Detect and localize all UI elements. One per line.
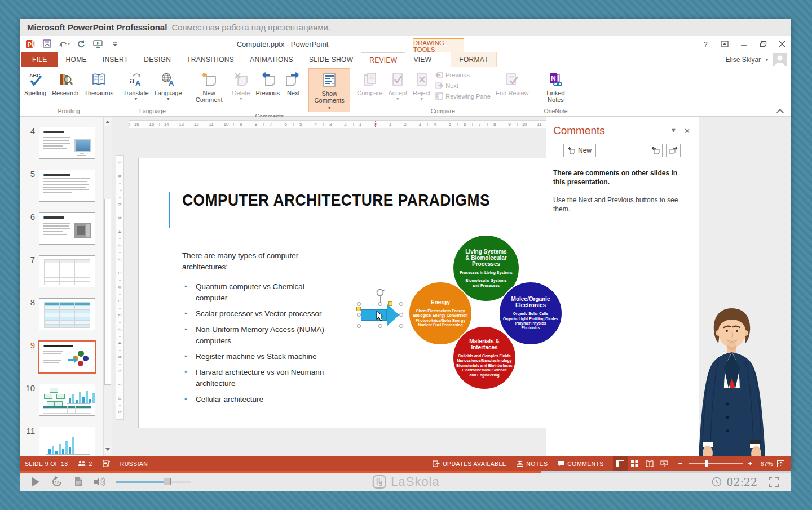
linked-notes-button[interactable]: N Linked Notes (535, 68, 576, 107)
tab-file[interactable]: FILE (21, 52, 58, 67)
sketch-title (43, 345, 73, 347)
zoom-in-button[interactable]: + (746, 459, 755, 468)
delete-comment-button[interactable]: Delete ▼ (230, 68, 253, 112)
panel-close-icon[interactable]: ✕ (684, 127, 690, 135)
fullscreen-button[interactable] (769, 477, 779, 487)
slide-thumbnail-9[interactable]: 9 (20, 341, 112, 373)
diagram-circle-materials[interactable]: Materials &InterfacesColloids and Comple… (452, 326, 517, 390)
scrollbar-thumb[interactable] (104, 199, 111, 385)
tab-home[interactable]: HOME (58, 52, 95, 67)
slide-thumbnail-5[interactable]: 5 (20, 170, 112, 202)
circle-subtext-line: and Processes (453, 283, 519, 288)
resize-handle[interactable] (399, 302, 403, 306)
resize-handle[interactable] (357, 302, 361, 306)
adjust-handle[interactable] (388, 301, 392, 306)
tab-view[interactable]: VIEW (405, 52, 439, 67)
spelling-button[interactable]: ABC Spelling (21, 68, 49, 107)
reading-view-button[interactable] (642, 456, 657, 471)
volume-button[interactable] (94, 476, 106, 488)
save-button[interactable] (42, 38, 53, 50)
tab-transitions[interactable]: TRANSITIONS (179, 52, 242, 67)
replay-10-button[interactable]: 10 (51, 476, 63, 488)
slide-sorter-view-button[interactable] (628, 456, 642, 471)
proofing-indicator[interactable] (103, 460, 110, 467)
slide-thumbnail-4[interactable]: 4 (20, 127, 112, 159)
seek-slider-handle[interactable] (164, 478, 171, 485)
account-area[interactable]: Elise Sklyar ▼ (725, 52, 787, 67)
zoom-slider-handle[interactable] (705, 460, 708, 467)
slide-thumbnail-6[interactable]: 6 (20, 212, 112, 245)
help-button[interactable]: ? (701, 39, 710, 48)
new-comment-panel-button[interactable]: New (563, 144, 596, 157)
close-button[interactable] (778, 39, 787, 48)
compare-next-button[interactable]: Next (435, 81, 491, 90)
slide-thumbnail-11[interactable]: 11 (20, 427, 112, 456)
slideshow-view-button[interactable] (657, 456, 672, 471)
accept-button[interactable]: Accept ▼ (385, 68, 410, 107)
language-button[interactable]: A Language ▼ (152, 68, 185, 107)
play-button[interactable] (29, 476, 42, 488)
resize-handle[interactable] (399, 313, 403, 317)
normal-view-button[interactable] (613, 456, 628, 471)
avatar[interactable] (773, 53, 787, 66)
new-comment-icon (568, 147, 575, 154)
start-from-beginning-button[interactable] (92, 38, 104, 50)
resize-handle[interactable] (399, 324, 403, 328)
tab-insert[interactable]: INSERT (95, 52, 136, 67)
next-comment-panel-button[interactable] (666, 144, 681, 157)
resize-handle[interactable] (378, 302, 382, 306)
slide-thumbnail-10[interactable]: 10 (20, 384, 112, 416)
lesson-notes-button[interactable] (72, 476, 85, 488)
selected-arrow-shape[interactable] (359, 288, 406, 327)
previous-comment-panel-button[interactable] (648, 144, 663, 157)
language-indicator[interactable]: RUSSIAN (120, 460, 148, 467)
vertical-ruler[interactable]: 9876543210123456789 (116, 155, 124, 420)
slide-title[interactable]: COMPUTER ARCHITECTURE PARADIGMS (182, 190, 490, 210)
slide-thumbnail-7[interactable]: 7 (20, 255, 112, 287)
restore-button[interactable] (758, 39, 767, 48)
thumbnails-scrollbar[interactable] (103, 117, 112, 456)
scroll-up-button[interactable] (104, 118, 111, 126)
end-review-button[interactable]: End Review (493, 68, 532, 107)
tab-design[interactable]: DESIGN (136, 52, 179, 67)
resize-handle[interactable] (378, 324, 382, 328)
tab-animations[interactable]: ANIMATIONS (242, 52, 301, 67)
zoom-out-button[interactable]: − (676, 459, 685, 468)
reviewing-pane-button[interactable]: Reviewing Pane (435, 92, 491, 100)
collapse-ribbon-button[interactable] (776, 109, 783, 113)
tab-format[interactable]: FORMAT (451, 52, 497, 67)
new-comment-button[interactable]: New Comment (189, 68, 230, 112)
comments-button[interactable]: COMMENTS (558, 460, 603, 467)
minimize-button[interactable] (739, 39, 748, 48)
repeat-button[interactable] (76, 38, 87, 50)
next-comment-button[interactable]: Next (283, 68, 304, 112)
slide-thumbnail-8[interactable]: 8 (20, 298, 112, 330)
panel-options-icon[interactable]: ▼ (670, 127, 677, 134)
resize-handle[interactable] (357, 313, 361, 317)
sketch-cell (59, 409, 67, 410)
compare-button[interactable]: Compare (354, 68, 385, 107)
zoom-level[interactable]: 67% (761, 460, 773, 467)
resize-handle[interactable] (357, 324, 361, 328)
notes-button[interactable]: NOTES (517, 460, 548, 467)
research-button[interactable]: Research (49, 68, 81, 107)
adjust-handle[interactable] (356, 307, 361, 311)
customize-qat-button[interactable] (109, 38, 121, 50)
compare-previous-button[interactable]: Previous (435, 70, 491, 79)
ribbon-display-options-button[interactable] (720, 39, 729, 48)
coauthors-indicator[interactable]: 2 (78, 460, 92, 467)
slide-counter[interactable]: SLIDE 9 OF 13 (25, 460, 68, 467)
tab-slide-show[interactable]: SLIDE SHOW (301, 52, 361, 67)
show-comments-button[interactable]: Show Comments ▼ (308, 68, 350, 112)
translate-button[interactable]: aA Translate ▼ (120, 68, 151, 107)
seek-slider[interactable] (116, 481, 191, 483)
previous-comment-button[interactable]: Previous (253, 68, 283, 112)
slide-body-text[interactable]: There are many types of computer archite… (182, 250, 336, 410)
fit-slide-to-window-button[interactable] (773, 456, 788, 471)
thesaurus-button[interactable]: Thesaurus (81, 68, 116, 107)
tab-review[interactable]: REVIEW (361, 52, 405, 67)
scroll-down-button[interactable] (104, 446, 111, 453)
undo-button[interactable] (59, 38, 70, 50)
updates-available-button[interactable]: UPDATES AVAILABLE (433, 460, 506, 467)
reject-button[interactable]: Reject ▼ (410, 68, 433, 107)
